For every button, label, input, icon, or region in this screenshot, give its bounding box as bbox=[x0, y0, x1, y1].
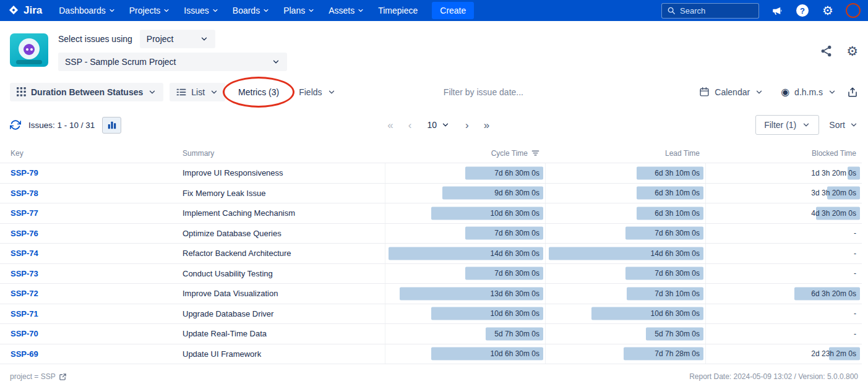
external-link-icon[interactable] bbox=[59, 373, 67, 381]
nav-item-timepiece[interactable]: Timepiece bbox=[371, 2, 424, 19]
top-navigation: Jira DashboardsProjectsIssuesBoardsPlans… bbox=[0, 0, 868, 21]
gear-icon: ⚙ bbox=[846, 45, 858, 58]
column-header-cycle-time[interactable]: Cycle Time bbox=[385, 149, 545, 158]
issue-summary: Fix Memory Leak Issue bbox=[183, 184, 385, 203]
table-row: SSP-70Update Real-Time Data5d 7h 30m 0s5… bbox=[0, 324, 862, 344]
nav-item-projects[interactable]: Projects bbox=[122, 2, 178, 19]
nav-item-assets[interactable]: Assets bbox=[322, 2, 371, 19]
column-header-summary[interactable]: Summary bbox=[183, 149, 385, 158]
lead-time-cell: 7d 3h 10m 0s bbox=[545, 284, 705, 304]
nav-item-plans[interactable]: Plans bbox=[277, 2, 322, 19]
issue-date-filter-input[interactable]: Filter by issue date... bbox=[349, 87, 687, 97]
issue-key-link[interactable]: SSP-70 bbox=[11, 329, 38, 338]
sort-dropdown[interactable]: Sort bbox=[829, 120, 858, 130]
table-row: SSP-69Update UI Framework10d 6h 30m 0s7d… bbox=[0, 344, 862, 365]
next-page-button[interactable]: › bbox=[462, 120, 472, 130]
nav-item-label: Assets bbox=[329, 6, 355, 15]
units-dropdown[interactable]: ◉ d.h.m.s bbox=[774, 83, 843, 101]
duration-value: 2d 23h 2m 0s bbox=[811, 349, 856, 358]
view-list-dropdown[interactable]: List bbox=[170, 83, 225, 101]
issue-summary: Refactor Backend Architecture bbox=[183, 244, 385, 263]
duration-value: 7d 7h 28m 0s bbox=[655, 349, 700, 358]
blocked-time-cell: 4d 3h 20m 0s bbox=[705, 203, 862, 223]
filter-dropdown[interactable]: Filter (1) bbox=[755, 115, 819, 135]
export-button[interactable] bbox=[847, 87, 858, 98]
nav-item-label: Dashboards bbox=[59, 6, 106, 15]
create-button[interactable]: Create bbox=[432, 2, 474, 19]
table-row: SSP-79Improve UI Responsiveness7d 6h 30m… bbox=[0, 163, 862, 184]
chevron-down-icon bbox=[200, 35, 208, 43]
issue-source-selects: Select issues using Project SSP - Sample… bbox=[58, 30, 287, 71]
duration-value: 6d 3h 10m 0s bbox=[655, 209, 700, 218]
share-button[interactable] bbox=[820, 45, 833, 58]
project-dropdown[interactable]: SSP - Sample Scrum Project bbox=[58, 53, 287, 71]
announcements-icon[interactable] bbox=[770, 3, 784, 18]
blocked-time-cell: 1d 3h 20m 0s bbox=[705, 163, 862, 183]
issue-key-link[interactable]: SSP-76 bbox=[11, 229, 38, 238]
issue-key-link[interactable]: SSP-73 bbox=[11, 269, 38, 278]
refresh-button[interactable] bbox=[10, 119, 21, 130]
table-row: SSP-78Fix Memory Leak Issue9d 6h 30m 0s6… bbox=[0, 184, 862, 204]
fields-dropdown[interactable]: Fields bbox=[292, 83, 342, 101]
chevron-down-icon bbox=[327, 88, 336, 96]
issue-key-cell: SSP-76 bbox=[0, 224, 183, 244]
duration-value: 7d 6h 30m 0s bbox=[655, 269, 700, 278]
cycle-time-cell: 7d 6h 30m 0s bbox=[385, 264, 545, 284]
issue-summary: Update UI Framework bbox=[183, 344, 385, 364]
duration-value: - bbox=[854, 229, 856, 237]
user-avatar[interactable] bbox=[846, 3, 861, 18]
chevron-down-icon bbox=[212, 7, 219, 14]
app-icon-alien bbox=[24, 44, 35, 55]
cycle-time-cell: 9d 6h 30m 0s bbox=[385, 184, 545, 203]
metrics-button-label: Metrics (3) bbox=[238, 87, 279, 97]
metrics-button[interactable]: Metrics (3) bbox=[231, 83, 286, 101]
calendar-dropdown[interactable]: Calendar bbox=[692, 82, 770, 101]
issue-key-link[interactable]: SSP-71 bbox=[11, 309, 38, 318]
jira-logo[interactable]: Jira bbox=[7, 4, 42, 17]
nav-item-issues[interactable]: Issues bbox=[177, 2, 225, 19]
page-size-dropdown[interactable]: 10 bbox=[423, 120, 453, 130]
report-settings-button[interactable]: ⚙ bbox=[846, 45, 858, 58]
duration-value: 7d 6h 30m 0s bbox=[494, 229, 539, 237]
settings-gear-icon[interactable]: ⚙ bbox=[820, 3, 835, 18]
issue-key-link[interactable]: SSP-72 bbox=[11, 289, 38, 298]
issue-key-cell: SSP-72 bbox=[0, 284, 183, 304]
list-view-icon bbox=[176, 88, 186, 96]
issue-key-link[interactable]: SSP-69 bbox=[11, 349, 38, 359]
nav-item-label: Boards bbox=[233, 6, 260, 15]
lead-time-cell: 6d 3h 10m 0s bbox=[545, 163, 705, 183]
cycle-time-cell: 14d 6h 30m 0s bbox=[385, 244, 545, 263]
select-mode-dropdown[interactable]: Project bbox=[140, 30, 215, 48]
help-icon[interactable]: ? bbox=[795, 3, 810, 18]
chevron-down-icon bbox=[108, 7, 116, 14]
first-page-button[interactable]: « bbox=[384, 120, 396, 130]
nav-item-dashboards[interactable]: Dashboards bbox=[52, 2, 122, 19]
table-row: SSP-71Upgrade Database Driver10d 6h 30m … bbox=[0, 304, 862, 325]
chart-view-button[interactable] bbox=[102, 117, 121, 134]
search-placeholder: Search bbox=[680, 6, 705, 15]
select-mode-value: Project bbox=[147, 34, 174, 44]
calendar-dropdown-label: Calendar bbox=[715, 87, 750, 97]
issue-key-link[interactable]: SSP-77 bbox=[11, 208, 38, 218]
issue-key-link[interactable]: SSP-78 bbox=[11, 189, 38, 198]
column-header-blocked-time[interactable]: Blocked Time bbox=[705, 149, 862, 158]
nav-item-boards[interactable]: Boards bbox=[226, 2, 277, 19]
page-size-value: 10 bbox=[427, 120, 437, 130]
blocked-time-cell: - bbox=[705, 244, 862, 263]
issue-key-link[interactable]: SSP-79 bbox=[11, 168, 38, 177]
chevron-down-icon bbox=[307, 7, 315, 14]
lead-time-cell: 10d 6h 30m 0s bbox=[545, 304, 705, 324]
last-page-button[interactable]: » bbox=[481, 120, 492, 130]
global-search-input[interactable]: Search bbox=[661, 3, 759, 19]
duration-between-statuses-dropdown[interactable]: Duration Between Statuses bbox=[10, 83, 163, 101]
lead-time-cell: 7d 7h 28m 0s bbox=[545, 344, 705, 364]
filter-icon bbox=[531, 149, 539, 157]
footer-report-info: Report Date: 2024-05-09 13:02 / Version:… bbox=[689, 372, 858, 381]
column-header-lead-time[interactable]: Lead Time bbox=[545, 149, 705, 158]
header-actions: ⚙ bbox=[820, 45, 858, 58]
issue-key-link[interactable]: SSP-74 bbox=[11, 249, 38, 258]
chevron-down-icon bbox=[828, 88, 836, 96]
column-header-key[interactable]: Key bbox=[0, 149, 183, 158]
prev-page-button[interactable]: ‹ bbox=[405, 120, 415, 130]
filter-dropdown-label: Filter (1) bbox=[764, 120, 796, 130]
